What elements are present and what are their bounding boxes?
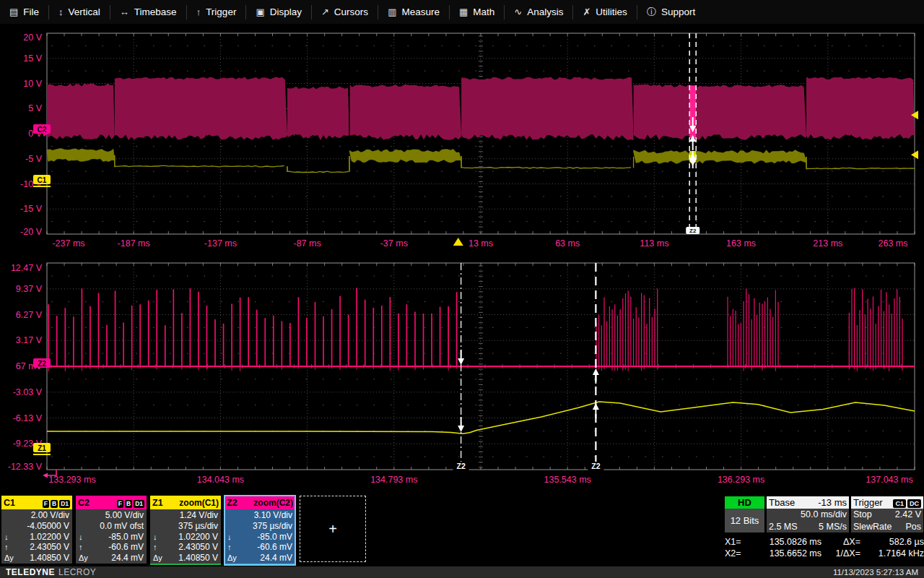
vertical-icon: ↕ — [58, 7, 64, 17]
svg-text:-237 ms: -237 ms — [52, 238, 84, 249]
badge-b: B — [51, 500, 58, 508]
menu-item-file[interactable]: ▤File — [0, 5, 49, 20]
menu-item-label: Vertical — [69, 7, 100, 17]
timebase-box[interactable]: Tbase -13 ms 50.0 ms/div 2.5 MS 5 MS/s — [767, 496, 849, 532]
channel-badges: FBD1 — [41, 498, 70, 508]
badge-d1: D1 — [59, 500, 70, 508]
trigger-type: SlewRate — [853, 521, 892, 532]
menu-item-display[interactable]: ▣Display — [246, 5, 312, 20]
waveform-display: Z2-237 ms-187 ms-137 ms-87 ms-37 ms13 ms… — [0, 0, 924, 494]
menu-item-label: Trigger — [206, 7, 236, 17]
menu-item-label: Display — [270, 7, 302, 17]
badge-b: B — [125, 500, 132, 508]
trigger-box[interactable]: Trigger C1DC Stop 2.42 V SlewRate Pos — [851, 496, 923, 532]
zoom-grid: Z2Z2133.293 ms134.043 ms134.793 ms135.54… — [8, 263, 915, 485]
badge-d1: D1 — [134, 500, 144, 508]
trigger-icon: ↑ — [196, 7, 201, 17]
dx-value: 582.6 µs — [860, 536, 924, 548]
trigger-badge-dc: DC — [907, 499, 921, 508]
add-trace-box[interactable]: + — [300, 496, 366, 562]
row-value: 1.40850 V — [20, 553, 69, 564]
menu-item-analysis[interactable]: ∿Analysis — [505, 5, 573, 20]
row-value: 375 µs/div — [169, 521, 218, 532]
row-symbol: Δy — [227, 553, 243, 564]
menu-item-label: File — [23, 7, 39, 17]
descriptor-row-value: 2.00 V/div — [4, 510, 69, 521]
cursors-icon: ↗ — [321, 7, 329, 17]
cursor-arrow — [593, 403, 599, 418]
channel-descriptor-z1[interactable]: Z1zoom(C1)1.24 V/div375 µs/div↓1.02200 V… — [150, 496, 221, 565]
menu-item-timebase[interactable]: ↔Timebase — [110, 5, 187, 20]
menu-item-label: Analysis — [527, 7, 563, 17]
svg-text:133.293 ms: 133.293 ms — [48, 475, 95, 485]
row-value: 375 µs/div — [243, 521, 292, 532]
trigger-time-marker[interactable] — [453, 238, 463, 246]
badge-f: F — [43, 500, 49, 508]
channel-descriptor-c2[interactable]: C2FBD15.00 V/div0.0 mV ofst↓-85.0 mV↑-60… — [76, 496, 147, 565]
svg-text:Z2: Z2 — [689, 228, 697, 234]
row-symbol: ↑ — [227, 542, 243, 553]
channel-name: C2 — [78, 498, 90, 508]
channel-chip-z2[interactable]: Z2 — [33, 358, 51, 368]
row-symbol — [227, 521, 243, 532]
menu-item-label: Cursors — [334, 7, 368, 17]
zoom-source-tag: zoom(C1) — [179, 498, 219, 508]
datetime: 11/13/2023 5:27:13 AM — [833, 566, 918, 578]
descriptor-row-value: 1.24 V/div — [153, 510, 218, 521]
timebase-rate: 5 MS/s — [819, 521, 847, 532]
main-grid-axis-labels: -237 ms-187 ms-137 ms-87 ms-37 ms13 ms63… — [20, 33, 907, 249]
row-value: 24.4 mV — [243, 553, 292, 564]
svg-text:15 V: 15 V — [23, 53, 42, 64]
svg-text:213 ms: 213 ms — [813, 238, 842, 249]
menu-item-vertical[interactable]: ↕Vertical — [49, 5, 110, 20]
svg-text:134.793 ms: 134.793 ms — [370, 475, 417, 485]
x2-value: 135.6652 ms — [749, 548, 821, 559]
descriptor-row-value: ↑-60.6 mV — [79, 542, 144, 553]
menu-bar: ▤File↕Vertical↔Timebase↑Trigger▣Display↗… — [0, 0, 924, 24]
descriptor-header: C1FBD1 — [1, 496, 72, 509]
menu-item-trigger[interactable]: ↑Trigger — [187, 5, 247, 20]
trigger-slope: Pos — [905, 521, 921, 532]
descriptor-header: Z1zoom(C1) — [150, 496, 221, 509]
hd-mode-box[interactable]: HD 12 Bits — [725, 496, 764, 532]
svg-text:-87 ms: -87 ms — [293, 238, 321, 249]
row-symbol: Δy — [153, 553, 169, 564]
row-value: 0.0 mV ofst — [95, 521, 144, 532]
row-value: 1.40850 V — [169, 553, 218, 564]
svg-text:-5 V: -5 V — [25, 154, 43, 164]
descriptor-row-value: Δy24.4 mV — [79, 553, 144, 564]
svg-text:-20 V: -20 V — [20, 227, 43, 237]
trigger-label: Trigger — [853, 496, 883, 509]
row-symbol: ↓ — [4, 532, 20, 543]
descriptor-header: C2FBD1 — [76, 496, 147, 509]
svg-text:9.37 V: 9.37 V — [16, 284, 43, 294]
svg-text:134.043 ms: 134.043 ms — [197, 475, 244, 485]
row-symbol: Δy — [79, 553, 95, 564]
channel-chip-z1[interactable]: Z1 — [33, 443, 51, 452]
row-symbol: ↓ — [227, 532, 243, 543]
channel-descriptor-c1[interactable]: C1FBD12.00 V/div-4.05000 V↓1.02200 V↑2.4… — [1, 496, 72, 565]
trigger-level: 2.42 V — [895, 509, 921, 521]
row-symbol: ↑ — [4, 542, 20, 553]
acquisition-panel: HD 12 Bits Tbase -13 ms 50.0 ms/div 2.5 … — [725, 496, 923, 532]
menu-item-measure[interactable]: ▥Measure — [378, 5, 450, 20]
menu-item-cursors[interactable]: ↗Cursors — [312, 5, 378, 20]
descriptor-row-value: Δy24.4 mV — [227, 553, 292, 564]
status-bar: TELEDYNELECROY 11/13/2023 5:27:13 AM — [0, 566, 924, 578]
descriptor-row-value: -4.05000 V — [4, 521, 69, 532]
channel-chip-c2[interactable]: C2 — [33, 124, 51, 134]
menu-item-math[interactable]: ▦Math — [450, 5, 505, 20]
file-icon: ▤ — [9, 7, 18, 17]
menu-item-support[interactable]: ⓘSupport — [637, 5, 705, 20]
descriptor-row-value: ↑2.43050 V — [153, 542, 218, 553]
descriptor-body: 5.00 V/div0.0 mV ofst↓-85.0 mV↑-60.6 mVΔ… — [76, 509, 147, 564]
channel-descriptor-z2[interactable]: Z2zoom(C2)3.10 V/div375 µs/div↓-85.0 mV↑… — [225, 496, 295, 565]
cursor-arrow — [458, 417, 464, 432]
channel-chip-c1[interactable]: C1 — [33, 175, 51, 184]
menu-item-utilities[interactable]: ✗Utilities — [573, 5, 637, 20]
svg-text:-187 ms: -187 ms — [118, 238, 150, 249]
channel-badges: FBD1 — [116, 498, 144, 508]
c2-trace — [47, 77, 915, 140]
descriptor-row-value: 5.00 V/div — [79, 510, 144, 521]
descriptor-row-value: 375 µs/div — [153, 521, 218, 532]
